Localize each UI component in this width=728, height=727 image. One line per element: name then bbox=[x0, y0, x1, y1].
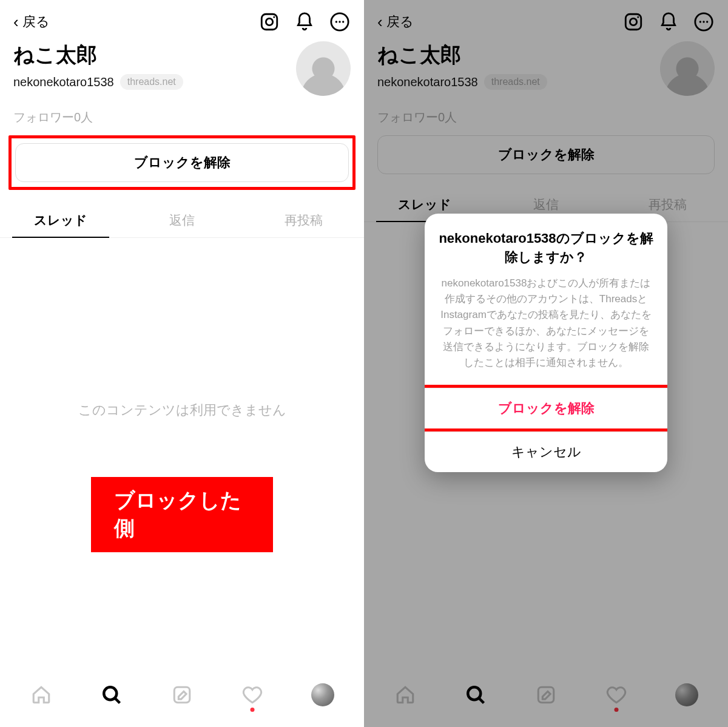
profile-tabs: スレッド 返信 再投稿 bbox=[0, 203, 364, 238]
avatar[interactable] bbox=[296, 41, 351, 96]
svg-point-7 bbox=[104, 687, 116, 700]
nav-home[interactable] bbox=[392, 681, 419, 708]
display-name: ねこ太郎 bbox=[13, 41, 183, 69]
username: nekonekotaro1538 bbox=[13, 75, 114, 89]
chevron-left-icon: ‹ bbox=[377, 14, 383, 30]
header-actions bbox=[258, 11, 351, 33]
domain-pill[interactable]: threads.net bbox=[484, 74, 547, 90]
notification-dot-icon bbox=[615, 708, 619, 712]
unblock-button[interactable]: ブロックを解除 bbox=[377, 135, 715, 174]
more-icon[interactable] bbox=[693, 11, 715, 33]
dialog-confirm-button[interactable]: ブロックを解除 bbox=[425, 388, 667, 428]
nav-compose[interactable] bbox=[533, 681, 559, 708]
unblock-button[interactable]: ブロックを解除 bbox=[15, 143, 349, 182]
dialog-body: nekonekotaro1538およびこの人が所有または作成するその他のアカウン… bbox=[425, 272, 667, 385]
avatar-placeholder-icon bbox=[296, 41, 351, 96]
username: nekonekotaro1538 bbox=[377, 75, 478, 89]
svg-point-4 bbox=[335, 21, 337, 22]
back-label: 戻る bbox=[22, 13, 50, 31]
svg-rect-19 bbox=[538, 687, 554, 703]
nav-avatar-icon bbox=[675, 683, 698, 706]
screenshot-left: ‹ 戻る bbox=[0, 0, 364, 727]
display-name: ねこ太郎 bbox=[377, 41, 547, 69]
nav-search[interactable] bbox=[462, 681, 489, 708]
profile-section: ねこ太郎 nekonekotaro1538 threads.net bbox=[0, 36, 364, 96]
notification-dot-icon bbox=[251, 708, 255, 712]
back-button[interactable]: ‹ 戻る bbox=[13, 13, 50, 31]
nav-profile[interactable] bbox=[309, 681, 336, 708]
svg-point-6 bbox=[342, 21, 344, 22]
back-label: 戻る bbox=[386, 13, 414, 31]
avatar[interactable] bbox=[660, 41, 715, 96]
empty-message: このコンテンツは利用できません bbox=[0, 401, 364, 419]
followers-count[interactable]: フォロワー0人 bbox=[0, 96, 364, 135]
svg-rect-0 bbox=[261, 14, 277, 30]
nav-home[interactable] bbox=[28, 681, 55, 708]
chevron-left-icon: ‹ bbox=[13, 14, 19, 30]
nav-avatar-icon bbox=[311, 683, 334, 706]
dialog-title: nekonekotaro1538のブロックを解除しますか？ bbox=[425, 214, 667, 272]
nav-search[interactable] bbox=[98, 681, 125, 708]
screenshot-right: ‹ 戻る ねこ太郎 bbox=[364, 0, 728, 727]
svg-point-11 bbox=[630, 18, 636, 25]
bell-icon[interactable] bbox=[294, 11, 315, 33]
domain-pill[interactable]: threads.net bbox=[120, 74, 183, 90]
instagram-icon[interactable] bbox=[622, 11, 644, 33]
nav-activity[interactable] bbox=[603, 681, 630, 708]
highlight-confirm: ブロックを解除 bbox=[425, 385, 667, 431]
bottom-nav bbox=[0, 674, 364, 727]
svg-line-8 bbox=[115, 698, 120, 703]
svg-point-1 bbox=[266, 18, 272, 25]
followers-count[interactable]: フォロワー0人 bbox=[364, 96, 728, 135]
tab-replies[interactable]: 返信 bbox=[121, 203, 243, 237]
caption-badge: ブロックした側 bbox=[91, 477, 273, 552]
svg-point-15 bbox=[703, 21, 704, 22]
svg-rect-9 bbox=[174, 687, 190, 703]
header: ‹ 戻る bbox=[0, 0, 364, 36]
highlight-unblock: ブロックを解除 bbox=[8, 135, 356, 190]
header-actions bbox=[622, 11, 715, 33]
bell-icon[interactable] bbox=[658, 11, 679, 33]
svg-point-17 bbox=[468, 687, 480, 700]
dialog-cancel-button[interactable]: キャンセル bbox=[425, 431, 667, 472]
content-area: このコンテンツは利用できません ブロックした側 bbox=[0, 238, 364, 674]
tab-reposts[interactable]: 再投稿 bbox=[243, 203, 364, 237]
back-button[interactable]: ‹ 戻る bbox=[377, 13, 414, 31]
svg-line-18 bbox=[479, 698, 484, 703]
header: ‹ 戻る bbox=[364, 0, 728, 36]
svg-point-16 bbox=[706, 21, 708, 22]
avatar-placeholder-icon bbox=[660, 41, 715, 96]
nav-activity[interactable] bbox=[239, 681, 266, 708]
svg-point-2 bbox=[273, 16, 275, 18]
svg-rect-10 bbox=[625, 14, 641, 30]
svg-point-14 bbox=[699, 21, 701, 22]
more-icon[interactable] bbox=[329, 11, 351, 33]
svg-point-12 bbox=[637, 16, 639, 18]
profile-section: ねこ太郎 nekonekotaro1538 threads.net bbox=[364, 36, 728, 96]
unblock-confirm-dialog: nekonekotaro1538のブロックを解除しますか？ nekonekota… bbox=[425, 214, 667, 472]
svg-point-5 bbox=[339, 21, 340, 22]
instagram-icon[interactable] bbox=[258, 11, 280, 33]
nav-compose[interactable] bbox=[169, 681, 195, 708]
tab-threads[interactable]: スレッド bbox=[0, 203, 121, 237]
bottom-nav bbox=[364, 674, 728, 727]
nav-profile[interactable] bbox=[673, 681, 700, 708]
